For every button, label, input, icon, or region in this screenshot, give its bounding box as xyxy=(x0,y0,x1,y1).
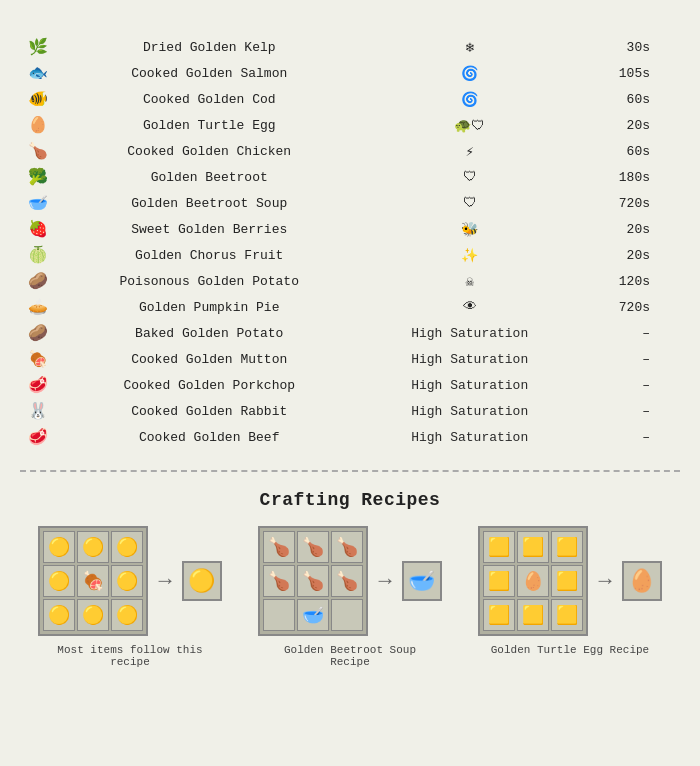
effect-icon: 🛡 xyxy=(463,169,477,185)
item-icon: 🥩 xyxy=(20,372,56,398)
food-item-row: 🥔 Baked Golden Potato High Saturation – xyxy=(20,320,680,346)
craft-output: 🥣 xyxy=(402,561,442,601)
effect-icon: 🌀 xyxy=(461,91,478,108)
item-time: 720s xyxy=(577,294,680,320)
item-effect: 🌀 xyxy=(362,60,577,86)
craft-cell: 🟨 xyxy=(551,531,583,563)
craft-arrow-icon: → xyxy=(158,569,171,594)
effect-label: High Saturation xyxy=(411,352,528,367)
craft-cell: 🟡 xyxy=(111,599,143,631)
item-name: Golden Beetroot Soup xyxy=(56,190,362,216)
item-time: 60s xyxy=(577,86,680,112)
recipe-visual: 🟡🟡🟡🟡🍖🟡🟡🟡🟡→🟡 xyxy=(38,526,221,636)
item-icon: 🍖 xyxy=(20,346,56,372)
craft-cell xyxy=(331,599,363,631)
craft-cell: 🥣 xyxy=(297,599,329,631)
craft-cell: 🟡 xyxy=(43,531,75,563)
craft-arrow-icon: → xyxy=(378,569,391,594)
food-item-row: 🍖 Cooked Golden Mutton High Saturation – xyxy=(20,346,680,372)
craft-cell: 🍗 xyxy=(263,531,295,563)
effect-icon: ☠ xyxy=(466,273,474,290)
item-time: – xyxy=(577,320,680,346)
craft-cell: 🍗 xyxy=(263,565,295,597)
item-effect: High Saturation xyxy=(362,398,577,424)
item-name: Cooked Golden Cod xyxy=(56,86,362,112)
recipe-block-1: 🍗🍗🍗🍗🍗🍗🥣→🥣Golden Beetroot Soup Recipe xyxy=(258,526,441,668)
item-icon: 🍓 xyxy=(20,216,56,242)
craft-cell: 🍗 xyxy=(297,565,329,597)
recipe-block-0: 🟡🟡🟡🟡🍖🟡🟡🟡🟡→🟡Most items follow this recipe xyxy=(38,526,221,668)
effect-icon: ❄ xyxy=(466,39,474,56)
item-icon: 🥔 xyxy=(20,320,56,346)
crafting-recipes-container: 🟡🟡🟡🟡🍖🟡🟡🟡🟡→🟡Most items follow this recipe… xyxy=(20,526,680,668)
item-effect: 🛡 xyxy=(362,164,577,190)
item-name: Baked Golden Potato xyxy=(56,320,362,346)
craft-grid: 🟡🟡🟡🟡🍖🟡🟡🟡🟡 xyxy=(38,526,148,636)
item-effect: High Saturation xyxy=(362,320,577,346)
item-time: 60s xyxy=(577,138,680,164)
craft-cell: 🟨 xyxy=(517,599,549,631)
food-item-row: 🍈 Golden Chorus Fruit ✨ 20s xyxy=(20,242,680,268)
crafting-section-title: Crafting Recipes xyxy=(20,490,680,510)
item-effect: 🐢🛡 xyxy=(362,112,577,138)
craft-cell: 🟡 xyxy=(111,565,143,597)
item-name: Golden Pumpkin Pie xyxy=(56,294,362,320)
craft-cell xyxy=(263,599,295,631)
item-name: Cooked Golden Beef xyxy=(56,424,362,450)
crafting-section: Crafting Recipes 🟡🟡🟡🟡🍖🟡🟡🟡🟡→🟡Most items f… xyxy=(20,490,680,668)
item-name: Cooked Golden Mutton xyxy=(56,346,362,372)
craft-cell: 🍖 xyxy=(77,565,109,597)
effect-label: High Saturation xyxy=(411,404,528,419)
food-items-table: 🌿 Dried Golden Kelp ❄ 30s 🐟 Cooked Golde… xyxy=(20,34,680,450)
item-effect: ❄ xyxy=(362,34,577,60)
item-name: Golden Chorus Fruit xyxy=(56,242,362,268)
item-icon: 🥚 xyxy=(20,112,56,138)
item-time: 105s xyxy=(577,60,680,86)
food-item-row: 🥔 Poisonous Golden Potato ☠ 120s xyxy=(20,268,680,294)
effect-label: High Saturation xyxy=(411,378,528,393)
item-name: Cooked Golden Rabbit xyxy=(56,398,362,424)
food-item-row: 🥩 Cooked Golden Porkchop High Saturation… xyxy=(20,372,680,398)
craft-cell: 🍗 xyxy=(331,531,363,563)
section-divider xyxy=(20,470,680,472)
craft-cell: 🟨 xyxy=(483,531,515,563)
craft-cell: 🟨 xyxy=(483,565,515,597)
item-effect: 👁 xyxy=(362,294,577,320)
item-effect: 🐝 xyxy=(362,216,577,242)
item-icon: 🐠 xyxy=(20,86,56,112)
item-icon: 🐰 xyxy=(20,398,56,424)
item-name: Sweet Golden Berries xyxy=(56,216,362,242)
item-time: 20s xyxy=(577,112,680,138)
item-icon: 🥔 xyxy=(20,268,56,294)
item-effect: 🌀 xyxy=(362,86,577,112)
item-name: Cooked Golden Chicken xyxy=(56,138,362,164)
item-name: Cooked Golden Porkchop xyxy=(56,372,362,398)
item-icon: 🥣 xyxy=(20,190,56,216)
effect-icon: 👁 xyxy=(463,299,477,315)
item-name: Dried Golden Kelp xyxy=(56,34,362,60)
item-name: Golden Beetroot xyxy=(56,164,362,190)
craft-output: 🥚 xyxy=(622,561,662,601)
effect-icon: 🐝 xyxy=(461,221,478,238)
food-item-row: 🍗 Cooked Golden Chicken ⚡ 60s xyxy=(20,138,680,164)
item-icon: 🌿 xyxy=(20,34,56,60)
craft-cell: 🥚 xyxy=(517,565,549,597)
craft-cell: 🟡 xyxy=(77,531,109,563)
effect-icon: 🌀 xyxy=(461,65,478,82)
item-time: 120s xyxy=(577,268,680,294)
item-time: – xyxy=(577,372,680,398)
item-icon: 🥩 xyxy=(20,424,56,450)
recipe-label: Golden Beetroot Soup Recipe xyxy=(270,644,430,668)
item-time: – xyxy=(577,346,680,372)
craft-cell: 🟨 xyxy=(551,599,583,631)
food-item-row: 🥦 Golden Beetroot 🛡 180s xyxy=(20,164,680,190)
item-icon: 🍗 xyxy=(20,138,56,164)
effect-icon: 🛡 xyxy=(463,195,477,211)
craft-cell: 🍗 xyxy=(297,531,329,563)
craft-grid: 🟨🟨🟨🟨🥚🟨🟨🟨🟨 xyxy=(478,526,588,636)
food-item-row: 🥚 Golden Turtle Egg 🐢🛡 20s xyxy=(20,112,680,138)
effect-label: High Saturation xyxy=(411,326,528,341)
craft-output: 🟡 xyxy=(182,561,222,601)
item-time: 20s xyxy=(577,242,680,268)
food-item-row: 🐰 Cooked Golden Rabbit High Saturation – xyxy=(20,398,680,424)
